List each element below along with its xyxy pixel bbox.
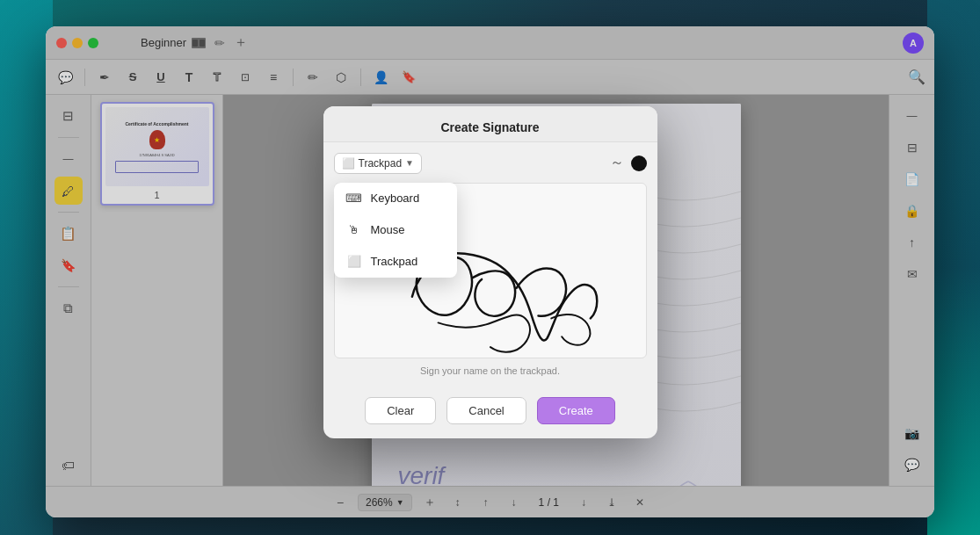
modal-overlay: Create Signature ⬜ Trackpad ▼ ⌨ Keybo [46,26,934,517]
squiggle-button[interactable]: ～ [610,154,624,172]
mouse-icon: 🖱 [346,222,362,238]
input-type-dropdown[interactable]: ⬜ Trackpad ▼ [334,153,422,174]
main-window: Beginner ✏ ＋ A 💬 ✒ S U T T ⊡ ≡ ✏ ⬡ 👤 🔖 🔍… [46,26,934,517]
trackpad-icon: ⬜ [346,254,362,270]
color-picker-button[interactable] [631,155,647,171]
dropdown-icon: ⬜ [342,157,355,170]
bg-accent-right [927,0,980,535]
bg-accent-left [0,0,53,535]
create-signature-dialog: Create Signature ⬜ Trackpad ▼ ⌨ Keybo [323,106,657,438]
dropdown-current-value: Trackpad [359,157,403,170]
signature-hint: Sign your name on the trackpad. [334,365,647,376]
dialog-buttons: Clear Cancel Create [323,397,657,438]
input-type-menu: ⌨ Keyboard 🖱 Mouse ⬜ Trackpad [334,183,457,278]
dropdown-item-trackpad[interactable]: ⬜ Trackpad [334,246,457,278]
create-button[interactable]: Create [537,397,615,424]
cancel-button[interactable]: Cancel [446,397,526,424]
dropdown-item-mouse[interactable]: 🖱 Mouse [334,214,457,246]
dialog-title: Create Signature [440,120,539,134]
trackpad-label: Trackpad [371,255,418,268]
mouse-label: Mouse [371,223,405,236]
clear-button[interactable]: Clear [365,397,436,424]
keyboard-label: Keyboard [371,192,420,205]
dropdown-arrow-icon: ▼ [405,158,414,168]
dialog-toolbar: ⬜ Trackpad ▼ ⌨ Keyboard 🖱 Mouse [334,153,647,174]
keyboard-icon: ⌨ [346,191,362,206]
dialog-header: Create Signature [323,106,657,142]
dropdown-item-keyboard[interactable]: ⌨ Keyboard [334,183,457,214]
dialog-body: ⬜ Trackpad ▼ ⌨ Keyboard 🖱 Mouse [323,142,657,397]
